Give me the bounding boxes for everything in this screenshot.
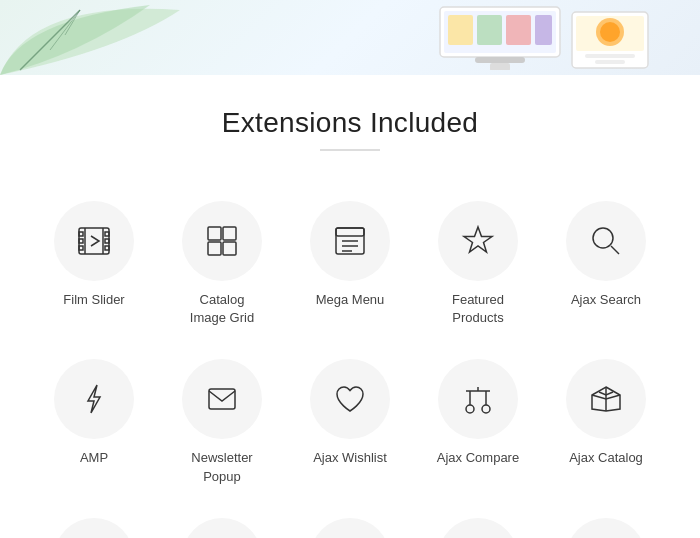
- svg-rect-9: [475, 57, 525, 63]
- ajax-compare-label: Ajax Compare: [437, 449, 519, 467]
- svg-rect-18: [79, 232, 83, 236]
- svg-rect-8: [535, 15, 552, 45]
- svg-rect-15: [585, 54, 635, 58]
- extension-brand[interactable]: Brand: [30, 508, 158, 538]
- ajax-wishlist-icon: [332, 381, 368, 417]
- svg-rect-27: [223, 227, 236, 240]
- svg-rect-7: [506, 15, 531, 45]
- hero-monitor: [420, 5, 580, 70]
- special-price-icon-circle: [438, 518, 518, 538]
- brand-icon-circle: [54, 518, 134, 538]
- section-title-area: Extensions Included: [0, 75, 700, 191]
- section-divider: [320, 149, 380, 151]
- svg-point-14: [600, 22, 620, 42]
- ajax-wishlist-label: Ajax Wishlist: [313, 449, 387, 467]
- film-slider-icon: [76, 223, 112, 259]
- ajax-catalog-label: Ajax Catalog: [569, 449, 643, 467]
- extension-ajax-compare[interactable]: Ajax Compare: [414, 349, 542, 497]
- ajax-wishlist-icon-circle: [310, 359, 390, 439]
- svg-rect-31: [336, 228, 364, 236]
- ajax-catalog-icon-circle: [566, 359, 646, 439]
- extension-ajax-wishlist[interactable]: Ajax Wishlist: [286, 349, 414, 497]
- svg-rect-23: [105, 246, 109, 250]
- extension-amp[interactable]: AMP: [30, 349, 158, 497]
- promo-banner-icon-circle: %: [310, 518, 390, 538]
- extension-film-slider[interactable]: Film Slider: [30, 191, 158, 339]
- svg-rect-38: [209, 389, 235, 409]
- extension-catalog-image-grid[interactable]: CatalogImage Grid: [158, 191, 286, 339]
- svg-rect-19: [79, 239, 83, 243]
- amp-icon-circle: [54, 359, 134, 439]
- svg-point-36: [593, 228, 613, 248]
- ajax-search-icon: [588, 223, 624, 259]
- film-slider-icon-circle: [54, 201, 134, 281]
- extension-promo-banner[interactable]: % PromoBanner: [286, 508, 414, 538]
- svg-rect-29: [223, 242, 236, 255]
- svg-point-40: [482, 405, 490, 413]
- film-slider-label: Film Slider: [63, 291, 124, 309]
- catalog-image-grid-icon: [204, 223, 240, 259]
- hero-product: [570, 10, 650, 70]
- ajax-catalog-icon: [588, 381, 624, 417]
- svg-rect-26: [208, 227, 221, 240]
- svg-rect-28: [208, 242, 221, 255]
- svg-rect-22: [105, 239, 109, 243]
- svg-rect-16: [595, 60, 625, 64]
- mega-menu-label: Mega Menu: [316, 291, 385, 309]
- extension-ajax-catalog[interactable]: Ajax Catalog: [542, 349, 670, 497]
- featured-products-label: FeaturedProducts: [452, 291, 504, 327]
- extension-featured-products[interactable]: FeaturedProducts: [414, 191, 542, 339]
- catalog-image-grid-label: CatalogImage Grid: [190, 291, 254, 327]
- site-icon-circle: [566, 518, 646, 538]
- mega-menu-icon: [332, 223, 368, 259]
- amp-label: AMP: [80, 449, 108, 467]
- theme-options-icon-circle: [182, 518, 262, 538]
- svg-rect-10: [490, 63, 510, 70]
- svg-rect-21: [105, 232, 109, 236]
- svg-rect-20: [79, 246, 83, 250]
- extension-newsletter-popup[interactable]: NewsletterPopup: [158, 349, 286, 497]
- hero-banner: [0, 0, 700, 75]
- svg-rect-6: [477, 15, 502, 45]
- ajax-search-label: Ajax Search: [571, 291, 641, 309]
- svg-point-39: [466, 405, 474, 413]
- extension-theme-options[interactable]: ThemeOptions: [158, 508, 286, 538]
- featured-products-icon: [460, 223, 496, 259]
- section-heading: Extensions Included: [20, 107, 680, 139]
- newsletter-popup-label: NewsletterPopup: [191, 449, 252, 485]
- svg-rect-5: [448, 15, 473, 45]
- hero-leaf: [0, 0, 200, 75]
- ajax-search-icon-circle: [566, 201, 646, 281]
- mega-menu-icon-circle: [310, 201, 390, 281]
- ajax-compare-icon: [460, 381, 496, 417]
- featured-products-icon-circle: [438, 201, 518, 281]
- newsletter-popup-icon: [204, 381, 240, 417]
- amp-icon: [76, 381, 112, 417]
- extension-ajax-search[interactable]: Ajax Search: [542, 191, 670, 339]
- extension-mega-menu[interactable]: Mega Menu: [286, 191, 414, 339]
- svg-marker-35: [464, 227, 492, 252]
- extensions-grid: Film Slider CatalogImage Grid Mega Menu: [0, 191, 700, 538]
- catalog-image-grid-icon-circle: [182, 201, 262, 281]
- extension-special-price[interactable]: Special Price: [414, 508, 542, 538]
- ajax-compare-icon-circle: [438, 359, 518, 439]
- svg-line-37: [611, 246, 619, 254]
- newsletter-popup-icon-circle: [182, 359, 262, 439]
- extension-site[interactable]: Site: [542, 508, 670, 538]
